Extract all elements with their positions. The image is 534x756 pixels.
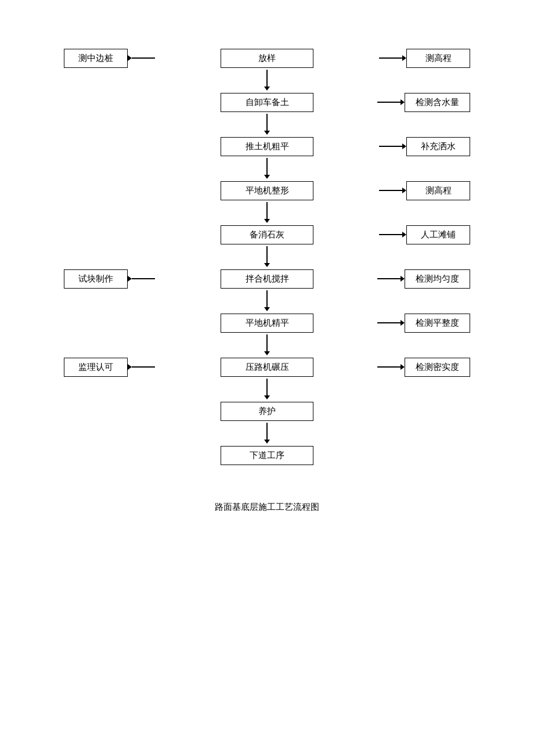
step-beitu: 自卸车备土 检测含水量: [64, 91, 470, 135]
box-xiadao: 下道工序: [221, 446, 313, 465]
box-yanghu: 养护: [221, 402, 313, 421]
arrow-center-to-right-1: [377, 99, 405, 105]
box-banhe: 拌合机搅拌: [221, 269, 313, 289]
box-jiancehanshuiliang: 检测含水量: [405, 93, 470, 112]
box-cezongbiaozhuang: 测中边桩: [64, 49, 128, 68]
arrow-down-2: [264, 158, 270, 179]
arrow-center-to-right-4: [379, 232, 406, 237]
arrow-left-to-center-7: [128, 364, 155, 370]
step-beihui: 备消石灰 人工滩铺: [64, 223, 470, 267]
step-xiadao: 下道工序: [64, 444, 470, 467]
box-yaoya: 压路机碾压: [221, 358, 313, 377]
step-yaoya: 监理认可 压路机碾压 检测密实度: [64, 355, 470, 399]
arrow-down-5: [264, 290, 270, 311]
arrow-down-7: [264, 379, 270, 399]
arrow-down-4: [264, 246, 270, 267]
box-pingdi: 平地机整形: [221, 181, 313, 200]
box-cegaocheng-0: 测高程: [406, 49, 470, 68]
chart-caption: 路面基底层施工工艺流程图: [215, 502, 319, 513]
box-rengtanpu: 人工滩铺: [406, 225, 470, 244]
arrow-left-to-center-5: [128, 276, 155, 282]
step-fangyang: 测中边桩 放样 测高程: [64, 46, 470, 91]
box-beitu: 自卸车备土: [221, 93, 313, 112]
box-jiancemishi: 检测密实度: [405, 358, 470, 377]
flow-chart: 测中边桩 放样 测高程 自卸车备土: [64, 46, 470, 467]
arrow-center-to-right-3: [379, 188, 406, 193]
arrow-down-3: [264, 202, 270, 223]
box-jingping: 平地机精平: [221, 314, 313, 333]
arrow-center-to-right-2: [379, 143, 406, 149]
step-tuji: 推土机粗平 补充洒水: [64, 135, 470, 179]
box-beihui: 备消石灰: [221, 225, 313, 244]
box-fangyang: 放样: [221, 49, 313, 68]
box-jianlirenke: 监理认可: [64, 358, 128, 377]
box-shikuai: 试块制作: [64, 269, 128, 289]
arrow-center-to-right-6: [377, 320, 405, 326]
arrow-down-8: [264, 423, 270, 444]
arrow-down-0: [264, 70, 270, 91]
arrow-center-to-right-7: [377, 364, 405, 370]
arrow-down-1: [264, 114, 270, 135]
arrow-center-to-right-5: [377, 276, 405, 282]
arrow-center-to-right-0: [379, 55, 406, 61]
step-jingping: 平地机精平 检测平整度: [64, 311, 470, 355]
box-jiancejunyun: 检测均匀度: [405, 269, 470, 289]
box-cegaocheng-1: 测高程: [406, 181, 470, 200]
arrow-down-6: [264, 334, 270, 355]
step-pingdi: 平地机整形 测高程: [64, 179, 470, 223]
box-jiancepingzheng: 检测平整度: [405, 314, 470, 333]
box-buchongsa: 补充洒水: [406, 137, 470, 156]
arrow-left-to-center: [128, 55, 155, 61]
step-yanghu: 养护: [64, 399, 470, 444]
step-banhe: 试块制作 拌合机搅拌 检测均匀度: [64, 267, 470, 311]
box-tuji: 推土机粗平: [221, 137, 313, 156]
